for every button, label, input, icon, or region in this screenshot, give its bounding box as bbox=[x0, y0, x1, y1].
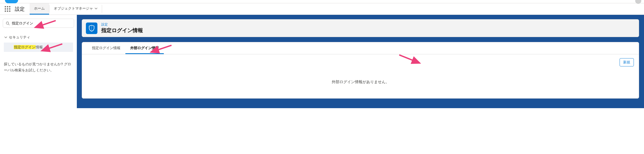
sidebar-help-text: 探しているものが見つかりませんか? グローバル検索をお試しください。 bbox=[3, 61, 74, 73]
tree-section-security[interactable]: セキュリティ bbox=[4, 34, 73, 41]
salesforce-logo bbox=[5, 0, 18, 3]
svg-line-1 bbox=[9, 24, 10, 25]
empty-state-message: 外部ログイン情報がありません。 bbox=[87, 66, 634, 85]
subtab-label: 外部ログイン情報 bbox=[130, 46, 159, 50]
page-title: 指定ログイン情報 bbox=[101, 27, 143, 34]
subtab-named-credentials[interactable]: 指定ログイン情報 bbox=[87, 42, 125, 54]
tree-section-label: セキュリティ bbox=[9, 35, 30, 40]
content-card: 指定ログイン情報 外部ログイン情報 新規 外部ログイン情報がありません。 bbox=[82, 42, 639, 99]
global-nav: 設定 ホーム オブジェクトマネージャ bbox=[0, 3, 644, 15]
tree-item-highlight: 指定ログイン bbox=[14, 45, 36, 49]
nav-tab-label: オブジェクトマネージャ bbox=[54, 6, 93, 11]
chevron-down-icon bbox=[95, 7, 97, 11]
new-button[interactable]: 新規 bbox=[620, 58, 634, 66]
chevron-down-icon bbox=[4, 36, 7, 39]
quick-find[interactable] bbox=[3, 19, 74, 28]
page-eyebrow: 設定 bbox=[101, 22, 143, 27]
subtab-label: 指定ログイン情報 bbox=[92, 46, 120, 50]
shield-icon bbox=[86, 23, 97, 34]
app-launcher-button[interactable] bbox=[2, 3, 13, 15]
divider bbox=[102, 5, 102, 13]
waffle-icon bbox=[5, 6, 10, 12]
subtab-bar: 指定ログイン情報 外部ログイン情報 bbox=[82, 42, 639, 54]
nav-tab-label: ホーム bbox=[34, 6, 45, 11]
setup-sidebar: セキュリティ 指定ログイン情報 探しているものが見つかりませんか? グローバル検… bbox=[0, 15, 77, 76]
app-name: 設定 bbox=[13, 3, 30, 15]
tree-item-suffix: 情報 bbox=[36, 45, 43, 49]
tree-item-named-credentials[interactable]: 指定ログイン情報 bbox=[4, 43, 73, 52]
nav-tab-home[interactable]: ホーム bbox=[30, 3, 49, 15]
nav-tab-object-manager[interactable]: オブジェクトマネージャ bbox=[49, 3, 102, 15]
avatar[interactable] bbox=[635, 0, 641, 4]
search-icon bbox=[6, 21, 10, 25]
page-header: 設定 指定ログイン情報 bbox=[82, 19, 639, 37]
main-content: 設定 指定ログイン情報 指定ログイン情報 外部ログイン情報 新規 外部ログイン情… bbox=[77, 15, 644, 108]
subtab-external-credentials[interactable]: 外部ログイン情報 bbox=[125, 42, 164, 54]
quick-find-input[interactable] bbox=[12, 21, 71, 25]
